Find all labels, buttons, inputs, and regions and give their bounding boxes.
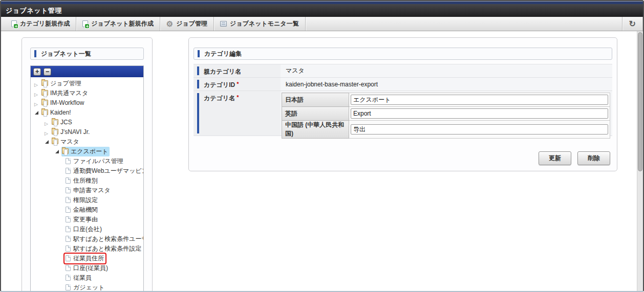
folder-icon	[52, 139, 58, 144]
main-content: ジョブネット一覧 + − ジョブ管理IM共通マスタIM-WorkflowKaid…	[1, 31, 643, 291]
tree-node[interactable]: 住所種別	[65, 176, 99, 186]
tree-item-label[interactable]: 口座(従業員)	[73, 264, 108, 272]
i18n-name-table: 日本語 英語 中国語 (中華人民共和国)	[282, 93, 610, 139]
tree-item-label[interactable]: IM-Workflow	[50, 99, 84, 106]
category-name-chinese-input[interactable]	[351, 124, 608, 134]
category-edit-title: カテゴリ編集	[204, 50, 242, 58]
expander-open-icon[interactable]	[44, 139, 51, 146]
expander-closed-icon[interactable]	[34, 90, 41, 97]
row-accent-bar	[197, 80, 199, 88]
expander-open-icon[interactable]	[34, 109, 41, 117]
tree-node[interactable]: 権限設定	[65, 195, 99, 205]
category-name-value-cell: 日本語 英語 中国語 (中華人民共和国)	[281, 91, 612, 136]
tree-node[interactable]: ファイルパス管理	[65, 156, 125, 166]
collapse-all-button[interactable]: −	[44, 68, 51, 76]
tree-node[interactable]: 口座(会社)	[65, 224, 103, 234]
tree-item-label[interactable]: Kaiden!	[50, 109, 71, 116]
jobnet-monitor-list-label: ジョブネットモニタ一覧	[230, 19, 299, 28]
new-category-label: カテゴリ新規作成	[20, 19, 70, 28]
tree-node[interactable]: 従業員	[65, 273, 93, 283]
category-edit-panel: カテゴリ編集 親カテゴリ名 マスタ カテ	[188, 37, 617, 171]
tree-item-label[interactable]: 住所種別	[73, 177, 98, 184]
tree-item-label[interactable]: 駅すぱあと検索条件ユーザ	[73, 235, 143, 242]
tree-item: 金融機関	[31, 205, 143, 215]
category-name-english-input[interactable]	[351, 108, 608, 119]
expander-closed-icon[interactable]	[34, 80, 41, 87]
tree-node[interactable]: 金融機関	[65, 205, 99, 215]
tree-node-selected[interactable]: エクスポート	[61, 147, 110, 156]
lang-label-chinese: 中国語 (中華人民共和国)	[282, 121, 349, 139]
app-window: ジョブネット管理 カテゴリ新規作成 ジョブネット新規作成 ジョブ管理 ジョブネッ…	[0, 0, 644, 292]
update-button[interactable]: 更新	[539, 151, 571, 165]
tree-body: ジョブ管理IM共通マスタIM-WorkflowKaiden!JCSJ'sNAVI…	[31, 77, 143, 292]
tree-item: 申請書マスタ	[31, 186, 143, 195]
expander-closed-icon[interactable]	[44, 129, 51, 136]
job-management-label: ジョブ管理	[176, 19, 207, 28]
expander-closed-icon[interactable]	[44, 119, 51, 126]
tree-node-highlighted[interactable]: 従業員住所	[65, 254, 105, 263]
tree-item-label[interactable]: ジョブ管理	[50, 80, 81, 87]
scrollbar-thumb[interactable]	[638, 32, 642, 171]
form-buttons: 更新 削除	[194, 151, 612, 165]
tree-node[interactable]: 駅すぱあと検索条件設定	[65, 244, 143, 254]
tree-node[interactable]: Kaiden!	[41, 108, 73, 118]
tree-node[interactable]: 申請書マスタ	[65, 186, 112, 195]
tree-item: 変更事由	[31, 215, 143, 224]
delete-button[interactable]: 削除	[577, 151, 610, 165]
tree-node[interactable]: 駅すぱあと検索条件ユーザ	[65, 234, 143, 244]
tree-item-label[interactable]: ファイルパス管理	[73, 158, 123, 165]
tree-item-label[interactable]: 権限設定	[73, 196, 98, 204]
tree-item-label[interactable]: 従業員住所	[73, 255, 104, 262]
tree-item: 住所種別	[31, 176, 143, 186]
tree-node[interactable]: IM-Workflow	[41, 98, 85, 108]
required-mark: *	[237, 94, 239, 100]
expand-all-button[interactable]: +	[33, 68, 41, 76]
lang-label-japanese: 日本語	[282, 93, 349, 107]
tree-node[interactable]: 口座(従業員)	[65, 263, 110, 273]
new-jobnet-button[interactable]: ジョブネット新規作成	[76, 17, 160, 31]
tree-node[interactable]: ジョブ管理	[41, 79, 83, 88]
tree-item-label[interactable]: 駅すぱあと検索条件設定	[73, 245, 141, 252]
tree-item: J'sNAVI Jr.	[31, 127, 143, 137]
tree-node[interactable]: IM共通マスタ	[41, 88, 90, 98]
tree-node[interactable]: マスタ	[51, 137, 81, 147]
new-category-button[interactable]: カテゴリ新規作成	[5, 17, 76, 31]
app-title: ジョブネット管理	[6, 7, 62, 14]
file-icon	[66, 216, 71, 222]
tree-item: エクスポート	[31, 147, 143, 156]
tree-item-label[interactable]: 口座(会社)	[73, 226, 102, 233]
tree-item-label[interactable]: 金融機関	[73, 206, 98, 213]
tree-item-label[interactable]: マスタ	[60, 138, 79, 145]
tree-item-label[interactable]: ガジェット	[73, 284, 104, 291]
job-management-button[interactable]: ジョブ管理	[160, 17, 213, 31]
tree-item-label[interactable]: JCS	[60, 119, 72, 126]
vertical-scrollbar[interactable]	[637, 31, 643, 291]
folder-icon	[52, 129, 58, 134]
tree-item-label[interactable]: エクスポート	[71, 148, 108, 155]
file-icon	[66, 168, 71, 174]
tree-item-label[interactable]: 変更事由	[73, 216, 98, 223]
i18n-row-english: 英語	[282, 107, 610, 121]
expander-closed-icon[interactable]	[34, 100, 41, 107]
tree-item-label[interactable]: IM共通マスタ	[50, 89, 88, 97]
page-add-icon	[11, 20, 17, 27]
tree-node[interactable]: 変更事由	[65, 215, 99, 224]
tree-node[interactable]: 通勤費Webユーザマッピン	[65, 166, 143, 176]
tree-item-label[interactable]: 従業員	[73, 274, 92, 281]
category-name-label: カテゴリ名	[204, 94, 235, 103]
folder-icon	[41, 109, 48, 115]
tree-node[interactable]: JCS	[51, 118, 74, 127]
tree-item-label[interactable]: 申請書マスタ	[73, 187, 111, 194]
tree-item-label[interactable]: 通勤費Webユーザマッピン	[73, 167, 143, 174]
tree-node[interactable]: J'sNAVI Jr.	[51, 127, 91, 137]
page-add-icon	[82, 20, 88, 27]
refresh-button[interactable]	[622, 17, 642, 31]
tree-item-label[interactable]: J'sNAVI Jr.	[60, 128, 90, 136]
jobnet-list-header: ジョブネット一覧	[30, 48, 144, 60]
jobnet-monitor-list-button[interactable]: ジョブネットモニタ一覧	[214, 17, 305, 31]
tree-item: ファイルパス管理	[31, 156, 143, 166]
expander-open-icon[interactable]	[54, 148, 61, 155]
category-name-japanese-input[interactable]	[351, 95, 608, 105]
tree-node[interactable]: ガジェット	[65, 283, 106, 292]
required-mark: *	[237, 81, 239, 87]
